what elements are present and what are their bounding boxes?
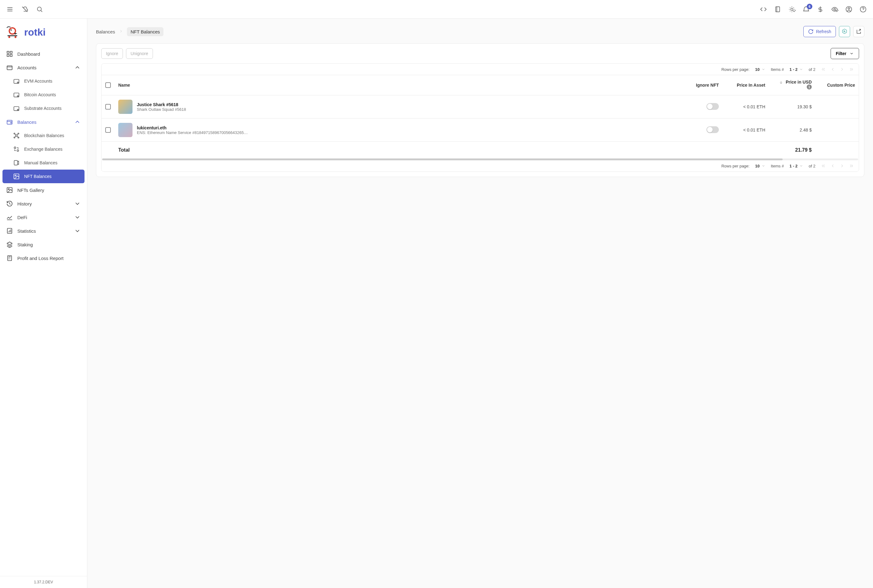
pager-bottom: Rows per page: 10 Items # 1 - 2 of 2 xyxy=(102,160,859,171)
import-icon-button[interactable] xyxy=(853,26,864,37)
page-prev-icon[interactable] xyxy=(830,67,835,72)
price-usd: 19.30 $ xyxy=(769,95,816,118)
card-header: Ignore Unignore Filter xyxy=(96,44,864,63)
col-ignore-nft[interactable]: Ignore NFT xyxy=(685,75,723,95)
page-first-icon[interactable] xyxy=(821,67,826,72)
sidebar-item-history[interactable]: History xyxy=(3,197,84,210)
image-icon xyxy=(6,187,13,194)
sidebar-item-pnl[interactable]: Profit and Loss Report xyxy=(3,251,84,265)
sidebar-item-substrate-accounts[interactable]: Substrate Accounts xyxy=(3,102,84,115)
main-content: Balances NFT Balances Refresh Ignore Uni… xyxy=(87,19,873,588)
currency-icon[interactable] xyxy=(817,6,824,13)
col-custom-price[interactable]: Custom Price xyxy=(816,75,859,95)
refresh-button[interactable]: Refresh xyxy=(803,26,836,37)
sidebar-item-label: Balances xyxy=(17,120,36,125)
svg-rect-13 xyxy=(7,51,9,53)
unignore-button[interactable]: Unignore xyxy=(126,48,153,59)
sidebar-item-evm-accounts[interactable]: EVM Accounts xyxy=(3,74,84,88)
dashboard-icon xyxy=(6,51,13,57)
col-price-asset[interactable]: Price In Asset xyxy=(723,75,769,95)
svg-rect-39 xyxy=(8,256,12,261)
sidebar-item-label: DeFi xyxy=(17,215,27,220)
wallet-icon xyxy=(13,78,20,84)
search-icon[interactable] xyxy=(36,6,44,13)
nft-balances-card: Ignore Unignore Filter Rows per page: 10… xyxy=(96,44,864,177)
select-all-checkbox[interactable] xyxy=(105,82,111,88)
svg-point-31 xyxy=(14,147,16,149)
table-row: lukicenturi.eth ENS: Ethereum Name Servi… xyxy=(102,118,859,142)
breadcrumb-row: Balances NFT Balances Refresh xyxy=(96,26,864,37)
logo[interactable]: rotki xyxy=(0,19,87,47)
sidebar-item-label: Dashboard xyxy=(17,51,40,57)
svg-point-28 xyxy=(18,133,19,134)
sidebar-item-blockchain-balances[interactable]: Blockchain Balances xyxy=(3,129,84,142)
items-range-select[interactable]: 1 - 2 xyxy=(789,67,803,72)
theme-icon[interactable] xyxy=(788,6,796,13)
col-badge: 1 xyxy=(807,84,812,90)
sidebar-item-manual-balances[interactable]: Manual Balances xyxy=(3,156,84,170)
history-icon xyxy=(6,200,13,207)
nft-collection: ENS: Ethereum Name Service #818497158967… xyxy=(137,130,248,135)
svg-rect-16 xyxy=(10,54,12,56)
breadcrumb-root[interactable]: Balances xyxy=(96,29,115,34)
page-prev-icon[interactable] xyxy=(830,164,835,168)
rows-per-page-label: Rows per page: xyxy=(721,67,750,72)
table-row: Justice Shark #5618 Shark Outlaw Squad #… xyxy=(102,95,859,118)
page-actions: Refresh xyxy=(803,26,864,37)
page-first-icon[interactable] xyxy=(821,164,826,168)
sidebar-item-nfts-gallery[interactable]: NFTs Gallery xyxy=(3,183,84,197)
ignore-toggle[interactable] xyxy=(706,126,719,133)
col-name[interactable]: Name xyxy=(114,75,685,95)
version-label: 1.37.2.DEV xyxy=(0,576,87,588)
rows-per-page-select[interactable]: 10 xyxy=(755,67,765,72)
sidebar-item-accounts[interactable]: Accounts xyxy=(3,61,84,74)
page-next-icon[interactable] xyxy=(840,67,844,72)
nft-collection: Shark Outlaw Squad #5618 xyxy=(137,107,186,112)
svg-rect-17 xyxy=(7,66,12,70)
calculator-icon xyxy=(6,255,13,261)
svg-point-37 xyxy=(8,189,9,190)
sidebar-item-defi[interactable]: DeFi xyxy=(3,210,84,224)
rows-per-page-select[interactable]: 10 xyxy=(755,164,765,168)
user-icon[interactable] xyxy=(845,6,853,13)
filter-button[interactable]: Filter xyxy=(831,48,859,59)
nft-icon-button[interactable] xyxy=(839,26,850,37)
code-icon[interactable] xyxy=(760,6,767,13)
sidebar-item-dashboard[interactable]: Dashboard xyxy=(3,47,84,61)
horizontal-scrollbar[interactable] xyxy=(102,159,858,160)
sidebar-item-exchange-balances[interactable]: Exchange Balances xyxy=(3,142,84,156)
svg-point-12 xyxy=(15,36,17,38)
book-icon[interactable] xyxy=(774,6,781,13)
page-next-icon[interactable] xyxy=(840,164,844,168)
ignore-button[interactable]: Ignore xyxy=(101,48,123,59)
svg-point-27 xyxy=(14,133,15,134)
sidebar-item-bitcoin-accounts[interactable]: Bitcoin Accounts xyxy=(3,88,84,102)
sidebar-item-statistics[interactable]: Statistics xyxy=(3,224,84,238)
total-value: 21.79 $ xyxy=(769,142,816,159)
visibility-icon[interactable] xyxy=(831,6,838,13)
menu-icon[interactable] xyxy=(6,6,14,13)
svg-rect-33 xyxy=(14,160,18,165)
items-range-select[interactable]: 1 - 2 xyxy=(789,164,803,168)
sidebar-item-staking[interactable]: Staking xyxy=(3,238,84,251)
pager-top: Rows per page: 10 Items # 1 - 2 of 2 xyxy=(102,64,859,75)
wallet-icon xyxy=(6,64,13,71)
sidebar-item-balances[interactable]: Balances xyxy=(3,115,84,129)
sidebar-item-nft-balances[interactable]: NFT Balances xyxy=(3,170,84,183)
nft-thumbnail xyxy=(118,123,132,137)
ignore-toggle[interactable] xyxy=(706,103,719,110)
col-price-usd[interactable]: Price in USD 1 xyxy=(769,75,816,95)
help-icon[interactable] xyxy=(859,6,867,13)
notification-badge: 6 xyxy=(807,4,812,9)
notifications-icon[interactable]: 6 xyxy=(802,6,810,13)
row-checkbox[interactable] xyxy=(105,104,111,110)
row-checkbox[interactable] xyxy=(105,127,111,133)
chevron-down-icon xyxy=(74,214,81,220)
cloud-off-icon[interactable] xyxy=(21,6,29,13)
svg-rect-1 xyxy=(776,6,780,12)
page-last-icon[interactable] xyxy=(849,164,854,168)
page-last-icon[interactable] xyxy=(849,67,854,72)
sidebar-item-label: Statistics xyxy=(17,228,36,234)
sidebar-item-label: EVM Accounts xyxy=(24,79,52,84)
table-container: Rows per page: 10 Items # 1 - 2 of 2 xyxy=(101,63,859,172)
